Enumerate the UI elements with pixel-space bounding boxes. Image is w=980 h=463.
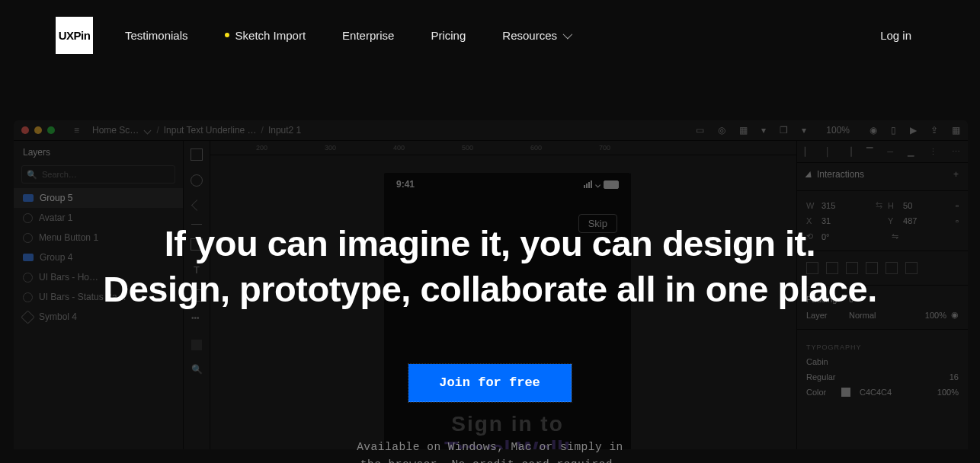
hero-sub-line2: the browser. No credit card required. [360,458,620,463]
ruler-mark: 300 [325,144,336,152]
nav-enterprise[interactable]: Enterprise [342,29,394,42]
menu-icon: ≡ [74,125,79,136]
device-time: 9:41 [396,179,415,190]
link-icon: ⇆ [874,200,883,210]
ruler-mark: 500 [462,144,473,152]
nav-menu: Testimonials Sketch Import Enterprise Pr… [125,29,570,42]
bolt-icon [805,171,814,177]
share-icon: ⇪ [930,125,938,136]
play-icon: ▶ [910,125,917,136]
search-placeholder: Search… [42,170,77,179]
rect-tool-icon [191,148,203,161]
breadcrumbs: Home Sc… / Input Text Underline … / Inpu… [92,125,301,136]
device-icon: ▯ [891,125,896,136]
folder-icon [23,194,34,202]
ruler-mark: 700 [599,144,610,152]
traffic-light-min-icon [34,126,42,134]
nav-label: Testimonials [125,29,188,42]
signal-icon [584,180,592,188]
wifi-icon: ⌵ [595,179,600,190]
distribute-icon: ⋯ [952,147,960,157]
top-nav: UXPin Testimonials Sketch Import Enterpr… [0,0,980,70]
w-label: W [806,201,817,210]
hero-line2: Design, prototype, collaborate all in on… [103,269,876,309]
breadcrumb-sep: / [156,125,159,136]
editor-titlebar: ≡ Home Sc… / Input Text Underline … / In… [14,120,968,141]
target-icon: ◎ [718,125,725,136]
layer-name: Group 5 [40,193,72,203]
interactions-section: Interactions + [797,163,968,191]
logo[interactable]: UXPin [56,17,93,54]
nav-pricing[interactable]: Pricing [431,29,466,42]
nav-label: Enterprise [342,29,394,42]
align-top-icon: ▔ [866,147,873,157]
traffic-light-max-icon [47,126,55,134]
align-middle-icon: ─ [887,147,893,156]
nav-label: Resources [502,29,557,42]
ellipse-tool-icon [191,174,203,187]
copy-icon: ❐ [780,125,788,136]
accessibility-icon: ◉ [870,125,877,136]
grid-icon: ▦ [952,125,960,136]
nav-sketch-import[interactable]: Sketch Import [225,29,306,42]
folder-icon: ▭ [696,125,704,136]
nav-testimonials[interactable]: Testimonials [125,29,188,42]
ruler-mark: 200 [256,144,267,152]
login-link[interactable]: Log in [880,29,911,42]
zoom-value: 100% [826,125,850,136]
interactions-title: Interactions [817,169,864,180]
battery-icon [604,180,619,189]
nav-label: Pricing [431,29,466,42]
breadcrumb-item: Input2 1 [268,125,301,136]
hero-line1: If you can imagine it, you can design it… [165,223,815,263]
breadcrumb-item: Input Text Underline … [164,125,257,136]
w-value: 315 [821,201,870,210]
lock-icon: ▫ [956,201,959,210]
layers-search: 🔍 Search… [21,165,175,184]
device-statusbar: 9:41 ⌵ [384,173,631,190]
arrow-tool-icon [191,200,203,211]
highlight-dot-icon [225,33,229,37]
device-status-icons: ⌵ [584,179,619,190]
hero-subtext: Available on Windows, Mac or simply in t… [0,439,980,463]
breadcrumb-sep: / [261,125,264,136]
align-right-icon: ▕ [845,147,851,157]
editor-toolbar-right: ▭ ◎ ▦ ▾ ❐ ▾ 100% ◉ ▯ ▶ ⇪ ▦ [696,125,960,136]
layout-icon: ▦ [739,125,748,136]
right-panel-iconrow: ▏ │ ▕ ▔ ─ ▁ ⋮ ⋯ [797,141,968,163]
nav-label: Sketch Import [235,29,306,42]
align-bottom-icon: ▁ [908,147,914,157]
breadcrumb-item: Home Sc… [92,125,139,136]
ruler-mark: 600 [530,144,542,152]
chevron-down-icon: ▾ [761,125,766,136]
distribute-icon: ⋮ [929,147,937,157]
plus-icon: + [953,169,959,180]
align-center-icon: │ [825,147,831,156]
nav-resources[interactable]: Resources [502,29,570,42]
layer-row: Group 5 [14,188,183,208]
h-value: 50 [903,201,951,210]
align-left-icon: ▏ [805,147,811,157]
hero-heading: If you can imagine it, you can design it… [0,221,980,312]
traffic-light-close-icon [21,126,29,134]
hero-sub-line1: Available on Windows, Mac or simply in [357,441,623,453]
layers-title: Layers [14,141,183,164]
hero: If you can imagine it, you can design it… [0,221,980,463]
ruler-mark: 400 [393,144,405,152]
chevron-down-icon [563,29,573,39]
chevron-down-icon [144,126,152,134]
ruler-top: 200 300 400 500 600 700 [210,141,796,155]
chevron-down-icon: ▾ [802,125,806,136]
search-icon: 🔍 [27,170,37,180]
h-label: H [888,201,898,210]
cta-join-button[interactable]: Join for free [408,364,572,402]
